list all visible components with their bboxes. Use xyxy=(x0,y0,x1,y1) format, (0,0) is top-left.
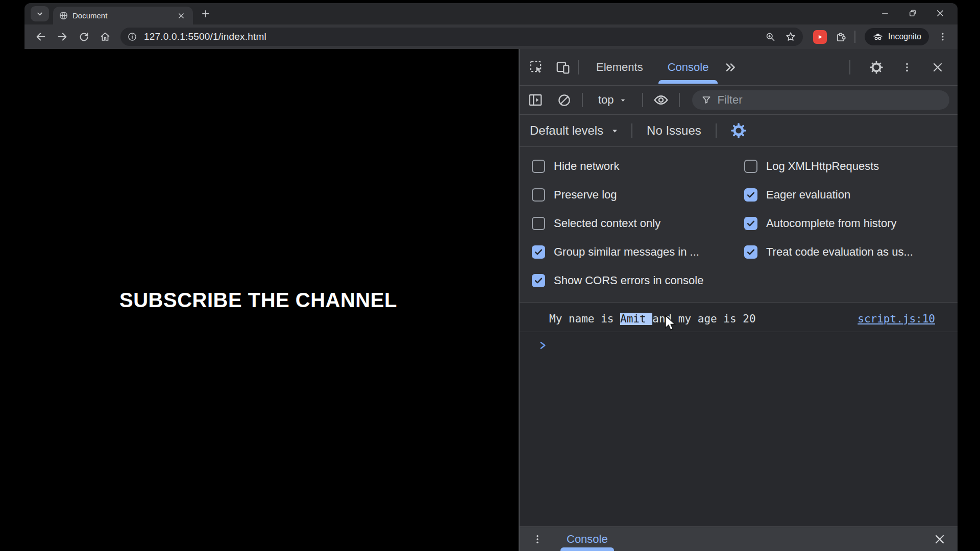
site-info-icon[interactable] xyxy=(125,29,140,44)
forward-button[interactable] xyxy=(52,27,72,46)
tab-elements[interactable]: Elements xyxy=(584,49,655,85)
window-controls xyxy=(875,3,950,23)
inspect-element-icon[interactable] xyxy=(527,58,546,77)
checkbox-checked[interactable] xyxy=(744,245,757,259)
console-log-message[interactable]: My name is Amit and my age is 20 script.… xyxy=(520,306,958,332)
log-levels-selector[interactable]: Default levels xyxy=(530,123,619,138)
live-expression-eye-icon[interactable] xyxy=(651,90,671,110)
chevron-down-icon xyxy=(35,9,44,18)
web-page: SUBSCRIBE THE CHANNEL xyxy=(24,49,519,551)
levels-separator-2 xyxy=(716,123,717,138)
console-toolbar: top xyxy=(520,86,958,115)
drawer-close-icon[interactable] xyxy=(930,530,949,549)
filter-funnel-icon xyxy=(701,95,712,105)
checkbox-unchecked[interactable] xyxy=(532,160,545,173)
tabbar-right-separator xyxy=(849,60,850,74)
clear-console-icon[interactable] xyxy=(554,90,574,110)
setting-eager-evaluation[interactable]: Eager evaluation xyxy=(739,181,958,209)
drawer-bar: Console xyxy=(520,527,958,551)
drawer-tab-console[interactable]: Console xyxy=(560,527,614,551)
devtools-tabbar: Elements Console xyxy=(520,49,958,86)
checkbox-unchecked[interactable] xyxy=(744,160,757,173)
context-selector[interactable]: top xyxy=(591,93,634,107)
checkbox-unchecked[interactable] xyxy=(532,188,545,202)
log-levels-label: Default levels xyxy=(530,123,603,138)
console-settings-gear-icon[interactable] xyxy=(729,121,748,140)
page-headline: SUBSCRIBE THE CHANNEL xyxy=(119,289,397,312)
setting-preserve-log[interactable]: Preserve log xyxy=(520,181,739,209)
message-text-after: and my age is 20 xyxy=(652,313,755,325)
setting-selected-context-only[interactable]: Selected context only xyxy=(520,209,739,238)
incognito-badge: Incognito xyxy=(865,28,929,45)
tab-close-button[interactable] xyxy=(176,10,187,21)
settings-column-right: Log XMLHttpRequestsEager evaluationAutoc… xyxy=(739,152,958,295)
more-tabs-icon[interactable] xyxy=(721,58,740,77)
message-text: My name is xyxy=(549,313,620,325)
devtools-settings-gear-icon[interactable] xyxy=(867,58,886,77)
window-content: SUBSCRIBE THE CHANNEL Elements Console xyxy=(24,49,958,551)
minimize-button[interactable] xyxy=(875,5,895,22)
close-window-button[interactable] xyxy=(930,5,950,22)
browser-toolbar: 127.0.0.1:5500/1/index.html Incognito xyxy=(24,24,958,49)
setting-label: Log XMLHttpRequests xyxy=(766,160,879,173)
source-location-link[interactable]: script.js:10 xyxy=(857,313,935,325)
console-prompt[interactable] xyxy=(520,332,958,359)
tab-console-label: Console xyxy=(668,61,709,74)
levels-separator-1 xyxy=(631,123,632,138)
prompt-chevron-icon xyxy=(538,340,548,350)
tab-title: Document xyxy=(72,11,171,20)
drawer-menu-icon[interactable] xyxy=(528,530,547,549)
setting-hide-network[interactable]: Hide network xyxy=(520,152,739,181)
filter-box[interactable] xyxy=(692,90,949,110)
devtools-menu-icon[interactable] xyxy=(897,58,917,77)
setting-label: Selected context only xyxy=(554,217,660,230)
devtools-panel: Elements Console xyxy=(519,49,958,551)
bookmark-star-icon[interactable] xyxy=(782,29,799,45)
setting-autocomplete-from-history[interactable]: Autocomplete from history xyxy=(739,209,958,238)
tab-console[interactable]: Console xyxy=(655,49,721,85)
adblock-extension-icon[interactable] xyxy=(813,30,827,44)
devtools-tabbar-right xyxy=(844,58,950,77)
setting-log-xmlhttprequests[interactable]: Log XMLHttpRequests xyxy=(739,152,958,181)
reload-button[interactable] xyxy=(74,27,94,46)
checkbox-checked[interactable] xyxy=(744,217,757,230)
checkbox-unchecked[interactable] xyxy=(532,217,545,230)
console-levels-bar: Default levels No Issues xyxy=(520,115,958,147)
devtools-close-icon[interactable] xyxy=(928,58,947,77)
setting-group-similar-messages-in[interactable]: Group similar messages in ... xyxy=(520,238,739,266)
incognito-spy-icon xyxy=(872,31,884,42)
drawer-tab-console-label: Console xyxy=(567,533,608,546)
setting-label: Autocomplete from history xyxy=(766,217,897,230)
no-issues-label[interactable]: No Issues xyxy=(645,123,703,138)
checkbox-checked[interactable] xyxy=(532,274,545,287)
extensions-puzzle-icon[interactable] xyxy=(832,28,849,45)
console-toolbar-separator-1 xyxy=(582,93,583,107)
setting-treat-code-evaluation-as-us[interactable]: Treat code evaluation as us... xyxy=(739,238,958,266)
settings-column-left: Hide networkPreserve logSelected context… xyxy=(520,152,739,295)
console-output[interactable]: My name is Amit and my age is 20 script.… xyxy=(520,303,958,527)
setting-label: Treat code evaluation as us... xyxy=(766,245,913,259)
setting-label: Hide network xyxy=(554,160,619,173)
toolbar-separator xyxy=(854,31,855,43)
device-toolbar-icon[interactable] xyxy=(553,58,573,77)
url-text[interactable]: 127.0.0.1:5500/1/index.html xyxy=(144,31,266,42)
checkbox-checked[interactable] xyxy=(744,188,757,202)
setting-label: Group similar messages in ... xyxy=(554,245,699,259)
browser-menu-icon[interactable] xyxy=(934,28,951,45)
filter-input[interactable] xyxy=(718,93,940,107)
restore-button[interactable] xyxy=(902,5,923,22)
setting-label: Preserve log xyxy=(554,188,617,202)
checkbox-checked[interactable] xyxy=(532,245,545,259)
setting-show-cors-errors-in-console[interactable]: Show CORS errors in console xyxy=(520,266,739,295)
message-selected-text: Amit xyxy=(620,313,652,325)
zoom-icon[interactable] xyxy=(762,29,778,45)
back-button[interactable] xyxy=(31,27,51,46)
home-button[interactable] xyxy=(95,27,115,46)
setting-label: Show CORS errors in console xyxy=(554,274,703,287)
new-tab-button[interactable] xyxy=(198,6,213,21)
tab-search-button[interactable] xyxy=(31,6,49,21)
console-sidebar-icon[interactable] xyxy=(526,90,545,110)
tabbar-separator xyxy=(578,60,579,74)
address-bar[interactable]: 127.0.0.1:5500/1/index.html xyxy=(120,28,803,46)
browser-tab-document[interactable]: Document xyxy=(53,7,193,24)
